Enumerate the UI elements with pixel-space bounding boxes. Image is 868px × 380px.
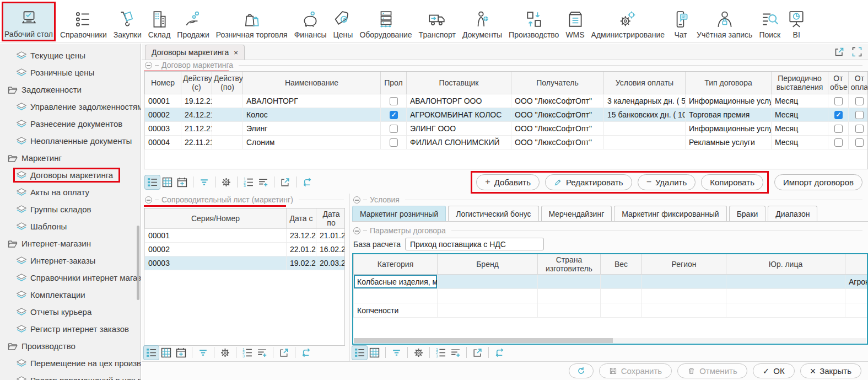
close-button[interactable]: ×Закрыть	[800, 363, 861, 378]
column-header[interactable]: Дата с	[287, 208, 316, 229]
cell[interactable]: АГРОКОМБИНАТ КОЛОС	[407, 108, 511, 121]
cell[interactable]: 00003	[145, 121, 181, 135]
sidebar-item-move-to-production[interactable]: Перемещение на цех производс	[0, 355, 141, 372]
cell[interactable]	[642, 289, 726, 303]
collapse-icon[interactable]	[145, 62, 152, 69]
contract-row[interactable]: 0000321.12.21Элинг ЭЛИНГ ОООООО "ЛюксСоф…	[145, 121, 868, 135]
tab-logistics-bonus[interactable]: Логистический бонус	[448, 206, 538, 221]
column-header[interactable]: Наименование	[243, 72, 381, 94]
import-contracts-button[interactable]: Импорт договоров	[774, 174, 862, 190]
nav-item-desktop[interactable]: Рабочий стол	[2, 2, 56, 41]
sidebar-folder-online-store[interactable]: Интернет-магазин	[0, 235, 141, 252]
cell[interactable]: Элинг	[243, 121, 381, 135]
cell[interactable]: 00002	[145, 243, 287, 256]
cell[interactable]	[726, 275, 845, 289]
export-button[interactable]	[470, 346, 485, 360]
sidebar-item-retail-prices[interactable]: Розничные цены	[0, 64, 141, 81]
cell[interactable]	[438, 289, 538, 303]
column-header[interactable]: Периодично выставления	[772, 72, 828, 94]
cell[interactable]: 24.12.21	[181, 108, 212, 121]
cell[interactable]	[642, 275, 726, 289]
nav-item-equipment[interactable]: Оборудование	[357, 2, 414, 41]
cell[interactable]: 19.02.22	[287, 256, 316, 270]
prolong-checkbox[interactable]	[390, 125, 398, 133]
cell[interactable]: Информационные услуги	[686, 121, 772, 135]
cancel-button[interactable]: Отменить	[677, 363, 747, 378]
filter-button[interactable]	[389, 346, 404, 360]
reload-button[interactable]	[300, 175, 315, 189]
edit-button[interactable]: Редактировать	[545, 174, 632, 190]
settings-button[interactable]	[219, 175, 234, 189]
cell[interactable]: ООО "ЛюксСофтОпт"	[511, 94, 604, 108]
by-volume-checkbox[interactable]	[834, 138, 843, 147]
tab-fixed-marketing[interactable]: Маркетинг фиксированный	[614, 206, 726, 221]
nav-item-search[interactable]: Поиск	[757, 2, 783, 41]
grid-view-button[interactable]	[159, 346, 174, 360]
nav-item-account[interactable]: Учётная запись	[694, 2, 754, 41]
column-header[interactable]: Условия оплаты	[604, 72, 686, 94]
tab-range[interactable]: Диапазон	[768, 206, 817, 221]
cell[interactable]	[601, 289, 642, 303]
cell[interactable]: АВАЛОНТОРГ	[243, 94, 381, 108]
cell[interactable]: АВАЛОНТОРГ ООО	[407, 94, 511, 108]
reload-button[interactable]	[492, 346, 507, 360]
cell[interactable]: 15 банковских дн. ( 100.00	[604, 108, 686, 121]
cell[interactable]: 00002	[145, 108, 181, 121]
add-list-button[interactable]	[256, 175, 271, 189]
by-payment-checkbox[interactable]	[855, 111, 864, 119]
column-header[interactable]: Вес	[601, 254, 642, 275]
numbered-list-button[interactable]	[240, 346, 255, 360]
nav-item-transport[interactable]: Транспорт	[417, 2, 458, 41]
sidebar-item-payment-acts[interactable]: Акты на оплату	[0, 184, 141, 201]
sidebar-item-production-move-register[interactable]: Реестр перемещений в цех прои	[0, 372, 141, 380]
calendar-button[interactable]	[175, 175, 190, 189]
cell[interactable]: ООО "ЛюксСофтОпт"	[511, 108, 604, 121]
calculation-base-input[interactable]	[405, 238, 544, 250]
cell[interactable]	[212, 108, 243, 121]
tab-close-icon[interactable]: ×	[234, 49, 238, 57]
cell[interactable]	[601, 303, 642, 318]
settings-button[interactable]	[411, 346, 426, 360]
column-header[interactable]: Действу (с)	[181, 72, 212, 94]
cell[interactable]	[538, 275, 601, 289]
cell[interactable]	[538, 289, 601, 303]
cell[interactable]: 19.12.21	[181, 94, 212, 108]
scrollbar-thumb[interactable]	[354, 338, 613, 343]
cell[interactable]: ООО "ЛюксСофтОпт"	[511, 121, 604, 135]
cell[interactable]: 20.03.22	[316, 256, 346, 270]
column-header[interactable]: Бренд	[438, 254, 538, 275]
cell[interactable]: 21.01.22	[316, 229, 346, 243]
sidebar-item-debt-management[interactable]: Управление задолженностями	[0, 98, 141, 115]
sidebar-item-online-store-directories[interactable]: Справочники интернет магазина	[0, 269, 141, 286]
sidebar-item-courier-reports[interactable]: Отчеты курьера	[0, 303, 141, 320]
sidebar-item-warehouse-groups[interactable]: Группы складов	[0, 201, 141, 218]
list-view-button[interactable]	[145, 175, 160, 189]
contract-row-selected[interactable]: 0000224.12.21Колос АГРОКОМБИНАТ КОЛОСООО…	[145, 108, 868, 121]
by-payment-checkbox[interactable]	[855, 125, 864, 133]
column-header[interactable]: Поставщик	[407, 72, 511, 94]
cell[interactable]	[438, 275, 538, 289]
refresh-button[interactable]	[569, 363, 594, 378]
sidebar-item-kitting[interactable]: Комплектации	[0, 286, 141, 303]
cell[interactable]	[212, 121, 243, 135]
nav-item-administration[interactable]: Администрирование	[589, 2, 667, 41]
nav-item-documents[interactable]: Документы	[460, 2, 504, 41]
collapse-icon[interactable]	[353, 227, 360, 234]
sidebar-item-document-allocation[interactable]: Разнесение документов	[0, 115, 141, 132]
nav-item-warehouse[interactable]: Склад	[146, 2, 173, 41]
cell[interactable]: Месяц	[772, 94, 828, 108]
add-list-button[interactable]	[448, 346, 463, 360]
nav-item-chat[interactable]: Чат	[669, 2, 692, 41]
prolong-checkbox[interactable]	[390, 111, 398, 119]
column-header[interactable]: Получатель	[511, 72, 604, 94]
cell[interactable]	[604, 135, 686, 149]
cell[interactable]	[642, 303, 726, 318]
cell[interactable]: ООО "ЛюксСофтОпт"	[511, 135, 604, 149]
cell[interactable]: Колос	[243, 108, 381, 121]
filter-button[interactable]	[197, 175, 212, 189]
cell[interactable]: ФИЛИАЛ СЛОНИМСКИЙ	[407, 135, 511, 149]
column-header[interactable]: Дата по	[316, 208, 346, 229]
nav-item-sales[interactable]: Продажи	[175, 2, 211, 41]
nav-item-production[interactable]: Производство	[506, 2, 561, 41]
sidebar-folder-production[interactable]: Производство	[0, 338, 141, 355]
